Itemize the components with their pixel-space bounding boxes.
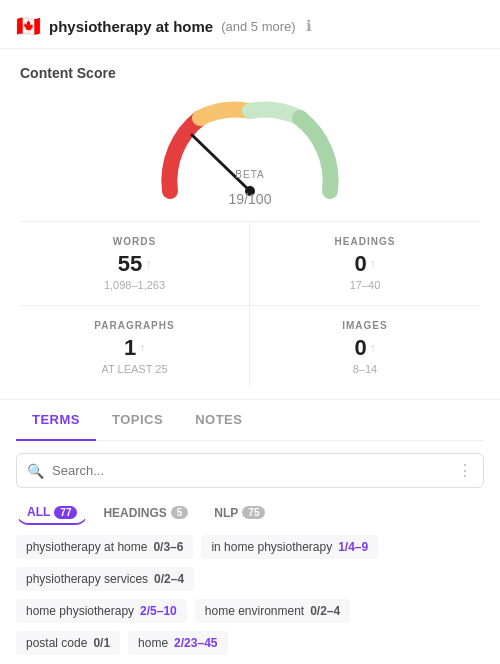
- filter-tab-all[interactable]: ALL 77: [16, 500, 88, 525]
- term-name: home: [138, 636, 168, 650]
- gauge-container: BETA 19/100: [20, 91, 480, 211]
- term-count: 1/4–9: [338, 540, 368, 554]
- search-input[interactable]: [52, 463, 449, 478]
- stat-images-range: 8–14: [266, 363, 464, 375]
- stat-words: WORDS 55 ↑ 1,098–1,263: [20, 222, 250, 305]
- gauge-beta-label: BETA: [229, 169, 272, 180]
- list-item[interactable]: postal code 0/1: [16, 631, 120, 655]
- paragraphs-arrow-icon: ↑: [139, 341, 145, 355]
- term-count: 0/3–6: [153, 540, 183, 554]
- filter-tab-nlp[interactable]: NLP 75: [203, 501, 276, 525]
- search-menu-icon[interactable]: ⋮: [457, 461, 473, 480]
- gauge-score: 19/100: [229, 180, 272, 211]
- tab-notes[interactable]: NOTES: [179, 400, 258, 441]
- list-item[interactable]: home physiotherapy 2/5–10: [16, 599, 187, 623]
- filter-tab-headings-label: HEADINGS: [103, 506, 166, 520]
- term-name: home physiotherapy: [26, 604, 134, 618]
- terms-row-3: postal code 0/1 home 2/23–45: [0, 631, 500, 663]
- images-arrow-icon: ↑: [370, 341, 376, 355]
- stat-images-value: 0 ↑: [266, 335, 464, 361]
- stat-headings-range: 17–40: [266, 279, 464, 291]
- stat-headings-value: 0 ↑: [266, 251, 464, 277]
- term-name: in home physiotherapy: [211, 540, 332, 554]
- stat-paragraphs-range: AT LEAST 25: [36, 363, 233, 375]
- tab-terms[interactable]: TERMS: [16, 400, 96, 441]
- term-name: home environment: [205, 604, 304, 618]
- term-count: 2/5–10: [140, 604, 177, 618]
- term-count: 0/2–4: [154, 572, 184, 586]
- flag-icon: 🇨🇦: [16, 14, 41, 38]
- filter-tabs: ALL 77 HEADINGS 5 NLP 75: [0, 500, 500, 535]
- search-icon: 🔍: [27, 463, 44, 479]
- filter-tab-headings[interactable]: HEADINGS 5: [92, 501, 199, 525]
- filter-tab-all-label: ALL: [27, 505, 50, 519]
- terms-row: physiotherapy at home 0/3–6 in home phys…: [0, 535, 500, 599]
- filter-badge-headings: 5: [171, 506, 189, 519]
- term-count: 0/1: [93, 636, 110, 650]
- words-arrow-icon: ↑: [145, 257, 151, 271]
- stat-paragraphs: PARAGRAPHS 1 ↑ AT LEAST 25: [20, 305, 250, 389]
- list-item[interactable]: home environment 0/2–4: [195, 599, 350, 623]
- tabs-section: TERMS TOPICS NOTES: [0, 399, 500, 441]
- search-row: 🔍 ⋮: [16, 453, 484, 488]
- gauge-score-suffix: /100: [244, 191, 271, 207]
- filter-tab-nlp-label: NLP: [214, 506, 238, 520]
- stat-words-range: 1,098–1,263: [36, 279, 233, 291]
- term-count: 2/23–45: [174, 636, 217, 650]
- content-score-section: Content Score BETA 19/100 WORDS: [0, 49, 500, 399]
- header-more[interactable]: (and 5 more): [221, 19, 295, 34]
- stats-grid: WORDS 55 ↑ 1,098–1,263 HEADINGS 0 ↑ 17–4…: [20, 221, 480, 389]
- stat-headings: HEADINGS 0 ↑ 17–40: [250, 222, 480, 305]
- tab-topics[interactable]: TOPICS: [96, 400, 179, 441]
- term-name: postal code: [26, 636, 87, 650]
- gauge-label: BETA 19/100: [229, 169, 272, 211]
- list-item[interactable]: physiotherapy services 0/2–4: [16, 567, 194, 591]
- term-count: 0/2–4: [310, 604, 340, 618]
- stat-images-label: IMAGES: [266, 320, 464, 331]
- tabs: TERMS TOPICS NOTES: [16, 400, 484, 441]
- content-score-title: Content Score: [20, 65, 480, 81]
- list-item[interactable]: physiotherapy at home 0/3–6: [16, 535, 193, 559]
- filter-badge-nlp: 75: [242, 506, 265, 519]
- header: 🇨🇦 physiotherapy at home (and 5 more) ℹ: [0, 0, 500, 49]
- stat-paragraphs-value: 1 ↑: [36, 335, 233, 361]
- stat-paragraphs-label: PARAGRAPHS: [36, 320, 233, 331]
- list-item[interactable]: home 2/23–45: [128, 631, 227, 655]
- list-item[interactable]: in home physiotherapy 1/4–9: [201, 535, 378, 559]
- header-title: physiotherapy at home: [49, 18, 213, 35]
- stat-headings-label: HEADINGS: [266, 236, 464, 247]
- filter-badge-all: 77: [54, 506, 77, 519]
- stat-words-label: WORDS: [36, 236, 233, 247]
- stat-words-value: 55 ↑: [36, 251, 233, 277]
- headings-arrow-icon: ↑: [370, 257, 376, 271]
- term-name: physiotherapy at home: [26, 540, 147, 554]
- stat-images: IMAGES 0 ↑ 8–14: [250, 305, 480, 389]
- term-name: physiotherapy services: [26, 572, 148, 586]
- info-icon[interactable]: ℹ: [306, 17, 312, 35]
- terms-row-2: home physiotherapy 2/5–10 home environme…: [0, 599, 500, 631]
